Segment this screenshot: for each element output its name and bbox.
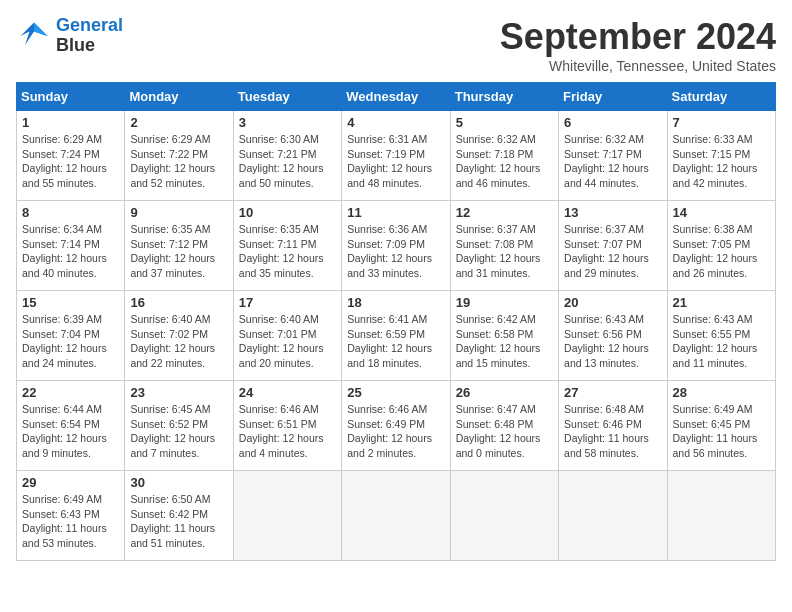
calendar-cell: 13 Sunrise: 6:37 AM Sunset: 7:07 PM Dayl… — [559, 201, 667, 291]
day-info: Sunrise: 6:49 AM Sunset: 6:43 PM Dayligh… — [22, 492, 119, 551]
day-info: Sunrise: 6:32 AM Sunset: 7:17 PM Dayligh… — [564, 132, 661, 191]
calendar-week-0: 1 Sunrise: 6:29 AM Sunset: 7:24 PM Dayli… — [17, 111, 776, 201]
calendar-cell: 7 Sunrise: 6:33 AM Sunset: 7:15 PM Dayli… — [667, 111, 775, 201]
day-number: 12 — [456, 205, 553, 220]
calendar-cell: 9 Sunrise: 6:35 AM Sunset: 7:12 PM Dayli… — [125, 201, 233, 291]
day-number: 20 — [564, 295, 661, 310]
day-number: 25 — [347, 385, 444, 400]
day-info: Sunrise: 6:31 AM Sunset: 7:19 PM Dayligh… — [347, 132, 444, 191]
day-number: 4 — [347, 115, 444, 130]
day-info: Sunrise: 6:46 AM Sunset: 6:51 PM Dayligh… — [239, 402, 336, 461]
day-info: Sunrise: 6:47 AM Sunset: 6:48 PM Dayligh… — [456, 402, 553, 461]
calendar-cell — [342, 471, 450, 561]
day-info: Sunrise: 6:43 AM Sunset: 6:55 PM Dayligh… — [673, 312, 770, 371]
calendar-cell: 16 Sunrise: 6:40 AM Sunset: 7:02 PM Dayl… — [125, 291, 233, 381]
day-info: Sunrise: 6:29 AM Sunset: 7:22 PM Dayligh… — [130, 132, 227, 191]
day-info: Sunrise: 6:50 AM Sunset: 6:42 PM Dayligh… — [130, 492, 227, 551]
day-number: 29 — [22, 475, 119, 490]
calendar-week-4: 29 Sunrise: 6:49 AM Sunset: 6:43 PM Dayl… — [17, 471, 776, 561]
day-number: 7 — [673, 115, 770, 130]
day-info: Sunrise: 6:37 AM Sunset: 7:07 PM Dayligh… — [564, 222, 661, 281]
calendar-week-1: 8 Sunrise: 6:34 AM Sunset: 7:14 PM Dayli… — [17, 201, 776, 291]
day-info: Sunrise: 6:40 AM Sunset: 7:02 PM Dayligh… — [130, 312, 227, 371]
calendar-cell: 8 Sunrise: 6:34 AM Sunset: 7:14 PM Dayli… — [17, 201, 125, 291]
calendar-cell: 21 Sunrise: 6:43 AM Sunset: 6:55 PM Dayl… — [667, 291, 775, 381]
calendar-cell: 17 Sunrise: 6:40 AM Sunset: 7:01 PM Dayl… — [233, 291, 341, 381]
calendar-cell: 19 Sunrise: 6:42 AM Sunset: 6:58 PM Dayl… — [450, 291, 558, 381]
day-info: Sunrise: 6:34 AM Sunset: 7:14 PM Dayligh… — [22, 222, 119, 281]
day-info: Sunrise: 6:41 AM Sunset: 6:59 PM Dayligh… — [347, 312, 444, 371]
calendar-cell: 11 Sunrise: 6:36 AM Sunset: 7:09 PM Dayl… — [342, 201, 450, 291]
day-info: Sunrise: 6:33 AM Sunset: 7:15 PM Dayligh… — [673, 132, 770, 191]
day-info: Sunrise: 6:38 AM Sunset: 7:05 PM Dayligh… — [673, 222, 770, 281]
calendar-cell: 30 Sunrise: 6:50 AM Sunset: 6:42 PM Dayl… — [125, 471, 233, 561]
day-number: 5 — [456, 115, 553, 130]
weekday-header-saturday: Saturday — [667, 83, 775, 111]
svg-marker-1 — [34, 22, 48, 36]
calendar-cell: 26 Sunrise: 6:47 AM Sunset: 6:48 PM Dayl… — [450, 381, 558, 471]
day-info: Sunrise: 6:40 AM Sunset: 7:01 PM Dayligh… — [239, 312, 336, 371]
calendar-cell: 23 Sunrise: 6:45 AM Sunset: 6:52 PM Dayl… — [125, 381, 233, 471]
day-number: 1 — [22, 115, 119, 130]
day-info: Sunrise: 6:44 AM Sunset: 6:54 PM Dayligh… — [22, 402, 119, 461]
calendar-cell: 25 Sunrise: 6:46 AM Sunset: 6:49 PM Dayl… — [342, 381, 450, 471]
day-number: 11 — [347, 205, 444, 220]
title-block: September 2024 Whiteville, Tennessee, Un… — [500, 16, 776, 74]
logo-text: GeneralBlue — [56, 16, 123, 56]
day-info: Sunrise: 6:43 AM Sunset: 6:56 PM Dayligh… — [564, 312, 661, 371]
calendar-cell: 4 Sunrise: 6:31 AM Sunset: 7:19 PM Dayli… — [342, 111, 450, 201]
calendar-cell: 29 Sunrise: 6:49 AM Sunset: 6:43 PM Dayl… — [17, 471, 125, 561]
day-number: 18 — [347, 295, 444, 310]
calendar-cell: 2 Sunrise: 6:29 AM Sunset: 7:22 PM Dayli… — [125, 111, 233, 201]
day-info: Sunrise: 6:49 AM Sunset: 6:45 PM Dayligh… — [673, 402, 770, 461]
calendar-week-3: 22 Sunrise: 6:44 AM Sunset: 6:54 PM Dayl… — [17, 381, 776, 471]
calendar-cell: 3 Sunrise: 6:30 AM Sunset: 7:21 PM Dayli… — [233, 111, 341, 201]
weekday-header-monday: Monday — [125, 83, 233, 111]
day-number: 2 — [130, 115, 227, 130]
calendar-table: SundayMondayTuesdayWednesdayThursdayFrid… — [16, 82, 776, 561]
day-number: 16 — [130, 295, 227, 310]
calendar-cell — [233, 471, 341, 561]
day-info: Sunrise: 6:35 AM Sunset: 7:12 PM Dayligh… — [130, 222, 227, 281]
calendar-cell: 18 Sunrise: 6:41 AM Sunset: 6:59 PM Dayl… — [342, 291, 450, 381]
day-number: 15 — [22, 295, 119, 310]
weekday-header-sunday: Sunday — [17, 83, 125, 111]
day-number: 3 — [239, 115, 336, 130]
calendar-cell — [667, 471, 775, 561]
calendar-cell — [450, 471, 558, 561]
day-number: 8 — [22, 205, 119, 220]
day-info: Sunrise: 6:29 AM Sunset: 7:24 PM Dayligh… — [22, 132, 119, 191]
logo-icon — [16, 18, 52, 54]
day-number: 13 — [564, 205, 661, 220]
day-number: 27 — [564, 385, 661, 400]
day-number: 30 — [130, 475, 227, 490]
day-number: 28 — [673, 385, 770, 400]
calendar-cell: 5 Sunrise: 6:32 AM Sunset: 7:18 PM Dayli… — [450, 111, 558, 201]
calendar-cell: 15 Sunrise: 6:39 AM Sunset: 7:04 PM Dayl… — [17, 291, 125, 381]
day-number: 6 — [564, 115, 661, 130]
day-info: Sunrise: 6:45 AM Sunset: 6:52 PM Dayligh… — [130, 402, 227, 461]
day-number: 26 — [456, 385, 553, 400]
weekday-header-friday: Friday — [559, 83, 667, 111]
month-title: September 2024 — [500, 16, 776, 58]
weekday-header-row: SundayMondayTuesdayWednesdayThursdayFrid… — [17, 83, 776, 111]
calendar-cell — [559, 471, 667, 561]
day-info: Sunrise: 6:35 AM Sunset: 7:11 PM Dayligh… — [239, 222, 336, 281]
calendar-cell: 14 Sunrise: 6:38 AM Sunset: 7:05 PM Dayl… — [667, 201, 775, 291]
calendar-cell: 24 Sunrise: 6:46 AM Sunset: 6:51 PM Dayl… — [233, 381, 341, 471]
day-number: 24 — [239, 385, 336, 400]
day-number: 9 — [130, 205, 227, 220]
location: Whiteville, Tennessee, United States — [500, 58, 776, 74]
day-info: Sunrise: 6:42 AM Sunset: 6:58 PM Dayligh… — [456, 312, 553, 371]
weekday-header-tuesday: Tuesday — [233, 83, 341, 111]
day-info: Sunrise: 6:46 AM Sunset: 6:49 PM Dayligh… — [347, 402, 444, 461]
calendar-cell: 28 Sunrise: 6:49 AM Sunset: 6:45 PM Dayl… — [667, 381, 775, 471]
page-header: GeneralBlue September 2024 Whiteville, T… — [16, 16, 776, 74]
calendar-week-2: 15 Sunrise: 6:39 AM Sunset: 7:04 PM Dayl… — [17, 291, 776, 381]
calendar-cell: 20 Sunrise: 6:43 AM Sunset: 6:56 PM Dayl… — [559, 291, 667, 381]
calendar-cell: 1 Sunrise: 6:29 AM Sunset: 7:24 PM Dayli… — [17, 111, 125, 201]
calendar-cell: 6 Sunrise: 6:32 AM Sunset: 7:17 PM Dayli… — [559, 111, 667, 201]
day-info: Sunrise: 6:39 AM Sunset: 7:04 PM Dayligh… — [22, 312, 119, 371]
day-number: 21 — [673, 295, 770, 310]
calendar-cell: 12 Sunrise: 6:37 AM Sunset: 7:08 PM Dayl… — [450, 201, 558, 291]
